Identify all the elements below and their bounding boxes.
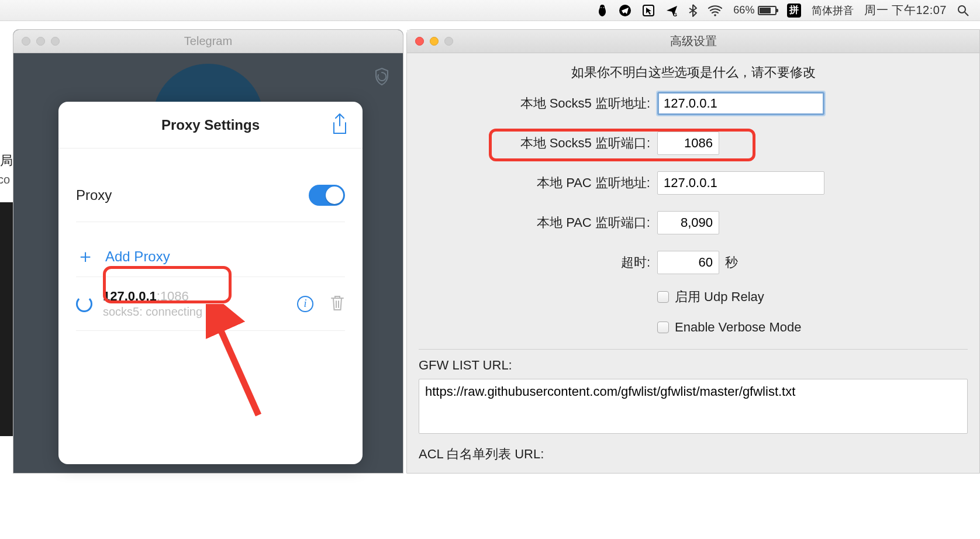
verbose-checkbox[interactable]: [657, 322, 669, 333]
proxy-entry-row[interactable]: 127.0.0.1:1086 socks5: connecting i: [76, 277, 345, 331]
svg-point-5: [715, 14, 717, 16]
cursor-box-icon[interactable]: [642, 4, 655, 17]
dark-strip: [0, 202, 13, 436]
proxy-popup-title: Proxy Settings: [161, 117, 260, 133]
gfw-list-textarea[interactable]: [419, 379, 968, 434]
timeout-label: 超时:: [419, 254, 657, 271]
bluetooth-icon[interactable]: [689, 4, 697, 17]
settings-warning-text: 如果你不明白这些选项是什么，请不要修改: [419, 64, 968, 81]
proxy-popup-header: Proxy Settings: [58, 102, 363, 148]
info-icon[interactable]: i: [297, 296, 313, 312]
advanced-settings-window: 高级设置 如果你不明白这些选项是什么，请不要修改 本地 Socks5 监听地址:…: [406, 29, 980, 474]
proxy-address: 127.0.0.1:1086: [103, 289, 202, 304]
share-icon: [330, 112, 350, 137]
udp-relay-row: 启用 Udp Relay: [657, 288, 968, 306]
settings-titlebar[interactable]: 高级设置: [407, 30, 979, 53]
settings-form: 本地 Socks5 监听地址: 本地 Socks5 监听端口: 本地 PAC 监…: [419, 92, 968, 335]
settings-body: 如果你不明白这些选项是什么，请不要修改 本地 Socks5 监听地址: 本地 S…: [407, 53, 979, 479]
proxy-port: 1086: [160, 289, 189, 303]
socks5-port-label: 本地 Socks5 监听端口:: [419, 134, 657, 152]
spotlight-icon[interactable]: [957, 5, 969, 16]
toggle-knob: [326, 186, 343, 204]
background-left-strip: 局 co: [0, 21, 13, 539]
macos-menubar: G 66% 拼 简体拼音 周一 下午12:07: [0, 0, 980, 21]
plus-icon: ＋: [76, 244, 95, 270]
proxy-toggle-row: Proxy: [76, 168, 345, 222]
proxy-ip: 127.0.0.1: [103, 289, 157, 303]
telegram-window-title: Telegram: [13, 34, 403, 48]
proxy-toggle-switch[interactable]: [309, 185, 345, 206]
trash-icon: [330, 294, 345, 312]
pac-port-input[interactable]: [657, 211, 719, 234]
pac-addr-input[interactable]: [657, 171, 824, 195]
verbose-row: Enable Verbose Mode: [657, 320, 968, 335]
pac-addr-label: 本地 PAC 监听地址:: [419, 174, 657, 192]
proxy-settings-popup: Proxy Settings Proxy ＋ Add Proxy 127.0.0…: [58, 102, 363, 464]
settings-window-title: 高级设置: [407, 33, 979, 49]
svg-point-0: [601, 7, 602, 8]
partial-text-1: 局: [0, 152, 13, 170]
telegram-icon[interactable]: [619, 4, 632, 17]
pac-addr-row: 本地 PAC 监听地址:: [419, 171, 968, 195]
add-proxy-button[interactable]: ＋ Add Proxy: [76, 236, 345, 277]
partial-text-2: co: [0, 173, 10, 186]
udp-relay-checkbox[interactable]: [657, 291, 669, 303]
ime-label[interactable]: 简体拼音: [812, 4, 854, 18]
socks5-addr-label: 本地 Socks5 监听地址:: [419, 95, 657, 112]
share-button[interactable]: [330, 112, 350, 136]
socks5-addr-row: 本地 Socks5 监听地址:: [419, 92, 968, 115]
proxy-entry-actions: i: [297, 294, 345, 314]
socks5-addr-input[interactable]: [657, 92, 824, 115]
connecting-spinner-icon: [76, 296, 92, 312]
timeout-row: 超时: 秒: [419, 251, 968, 274]
svg-point-1: [603, 7, 605, 8]
wifi-icon[interactable]: [708, 5, 723, 16]
battery-percentage: 66%: [733, 4, 754, 16]
udp-relay-label: 启用 Udp Relay: [675, 288, 764, 306]
socks5-port-row: 本地 Socks5 监听端口:: [419, 132, 968, 155]
settings-divider: [419, 349, 968, 350]
timeout-suffix: 秒: [725, 254, 738, 271]
shield-icon[interactable]: [374, 67, 390, 90]
pac-port-label: 本地 PAC 监听端口:: [419, 214, 657, 232]
telegram-titlebar[interactable]: Telegram: [13, 30, 403, 53]
battery-indicator[interactable]: 66%: [733, 4, 777, 16]
acl-list-label: ACL 白名单列表 URL:: [419, 445, 968, 463]
svg-line-7: [965, 12, 968, 16]
battery-icon: [758, 6, 777, 15]
svg-text:G: G: [673, 12, 677, 17]
add-proxy-label: Add Proxy: [105, 248, 170, 265]
penguin-icon[interactable]: [596, 4, 608, 17]
proxy-label: Proxy: [76, 187, 112, 203]
proxy-entry-text: 127.0.0.1:1086 socks5: connecting: [103, 289, 202, 319]
proxy-status: socks5: connecting: [103, 305, 202, 319]
delete-proxy-button[interactable]: [330, 294, 345, 314]
socks5-port-input[interactable]: [657, 132, 719, 155]
pac-port-row: 本地 PAC 监听端口:: [419, 211, 968, 234]
verbose-label: Enable Verbose Mode: [675, 320, 802, 335]
ime-indicator[interactable]: 拼: [787, 4, 801, 18]
menubar-clock[interactable]: 周一 下午12:07: [864, 2, 947, 18]
paper-plane-icon[interactable]: G: [665, 4, 678, 17]
svg-point-6: [958, 6, 965, 13]
timeout-input[interactable]: [657, 251, 719, 274]
ime-box-icon: 拼: [787, 4, 801, 18]
gfw-list-label: GFW LIST URL:: [419, 358, 968, 373]
